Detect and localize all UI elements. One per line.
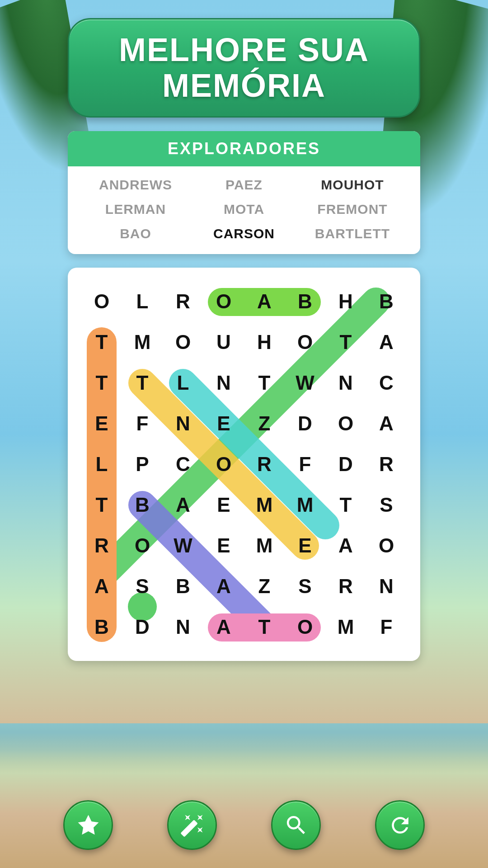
grid-panel: OLROABHBTMOUHOTATTLNTWNCEFNEZDOALPCORFDR… <box>68 268 420 661</box>
grid-cell[interactable]: H <box>244 322 285 363</box>
wand-button[interactable] <box>167 800 217 850</box>
main-content: MELHORE SUA MEMÓRIA EXPLORADORES ANDREWS… <box>0 0 488 661</box>
grid-cell[interactable]: D <box>325 444 366 485</box>
grid-cell[interactable]: T <box>81 322 122 363</box>
grid-cell[interactable]: D <box>285 403 325 444</box>
grid-cell[interactable]: B <box>163 566 203 607</box>
grid-cell[interactable]: A <box>366 403 407 444</box>
grid-cell[interactable]: F <box>366 607 407 647</box>
word-item: BARTLETT <box>303 224 402 243</box>
grid-cell[interactable]: O <box>203 281 244 322</box>
grid-cell[interactable]: L <box>81 444 122 485</box>
category-label: EXPLORADORES <box>168 139 320 158</box>
grid-cell[interactable]: R <box>163 281 203 322</box>
grid-cell[interactable]: S <box>285 566 325 607</box>
grid-cell[interactable]: T <box>244 363 285 403</box>
grid-cell[interactable]: N <box>203 363 244 403</box>
word-item: MOTA <box>194 200 294 219</box>
grid-cell[interactable]: R <box>244 444 285 485</box>
grid-cell[interactable]: D <box>122 607 163 647</box>
word-item: FREMONT <box>303 200 402 219</box>
grid-cell[interactable]: P <box>122 444 163 485</box>
grid-cell[interactable]: O <box>203 444 244 485</box>
letter-grid: OLROABHBTMOUHOTATTLNTWNCEFNEZDOALPCORFDR… <box>81 281 407 647</box>
grid-cell[interactable]: M <box>244 485 285 525</box>
word-item: BAO <box>86 224 185 243</box>
title-banner: MELHORE SUA MEMÓRIA <box>68 18 420 118</box>
word-item: MOUHOT <box>303 175 402 194</box>
grid-cell[interactable]: Z <box>244 566 285 607</box>
grid-cell[interactable]: A <box>325 525 366 566</box>
grid-cell[interactable]: B <box>81 607 122 647</box>
grid-cell[interactable]: R <box>325 566 366 607</box>
grid-cell[interactable]: O <box>81 281 122 322</box>
grid-cell[interactable]: M <box>244 525 285 566</box>
grid-cell[interactable]: A <box>244 281 285 322</box>
grid-cell[interactable]: S <box>122 566 163 607</box>
grid-cell[interactable]: N <box>366 566 407 607</box>
grid-cell[interactable]: W <box>163 525 203 566</box>
grid-cell[interactable]: C <box>366 363 407 403</box>
word-item: PAEZ <box>194 175 294 194</box>
grid-cell[interactable]: N <box>163 403 203 444</box>
grid-cell[interactable]: A <box>203 566 244 607</box>
grid-cell[interactable]: M <box>122 322 163 363</box>
grid-cell[interactable]: F <box>122 403 163 444</box>
search-icon <box>284 813 309 838</box>
grid-cell[interactable]: E <box>285 525 325 566</box>
word-item: LERMAN <box>86 200 185 219</box>
grid-cell[interactable]: L <box>163 363 203 403</box>
word-list: ANDREWSPAEZMOUHOTLERMANMOTAFREMONTBAOCAR… <box>68 166 420 254</box>
grid-cell[interactable]: B <box>366 281 407 322</box>
grid-cell[interactable]: E <box>203 525 244 566</box>
word-panel: EXPLORADORES ANDREWSPAEZMOUHOTLERMANMOTA… <box>68 131 420 254</box>
grid-cell[interactable]: O <box>122 525 163 566</box>
grid-cell[interactable]: S <box>366 485 407 525</box>
bottom-toolbar <box>0 800 488 850</box>
grid-cell[interactable]: M <box>285 485 325 525</box>
grid-cell[interactable]: M <box>325 607 366 647</box>
grid-cell[interactable]: T <box>122 363 163 403</box>
grid-cell[interactable]: U <box>203 322 244 363</box>
grid-cell[interactable]: N <box>163 607 203 647</box>
grid-cell[interactable]: B <box>122 485 163 525</box>
grid-cell[interactable]: E <box>81 403 122 444</box>
grid-cell[interactable]: C <box>163 444 203 485</box>
star-icon <box>76 813 101 838</box>
grid-cell[interactable]: O <box>366 525 407 566</box>
grid-cell[interactable]: O <box>285 607 325 647</box>
grid-cell[interactable]: E <box>203 485 244 525</box>
grid-cell[interactable]: O <box>325 403 366 444</box>
star-button[interactable] <box>63 800 113 850</box>
grid-cell[interactable]: T <box>325 322 366 363</box>
grid-cell[interactable]: B <box>285 281 325 322</box>
grid-cell[interactable]: R <box>366 444 407 485</box>
grid-cell[interactable]: R <box>81 525 122 566</box>
grid-cell[interactable]: O <box>285 322 325 363</box>
app-title: MELHORE SUA MEMÓRIA <box>92 32 396 104</box>
grid-cell[interactable]: E <box>203 403 244 444</box>
refresh-icon <box>388 813 413 838</box>
wand-icon <box>180 813 205 838</box>
grid-cell[interactable]: L <box>122 281 163 322</box>
grid-cell[interactable]: N <box>325 363 366 403</box>
grid-cell[interactable]: H <box>325 281 366 322</box>
grid-cell[interactable]: A <box>366 322 407 363</box>
search-button[interactable] <box>271 800 321 850</box>
grid-cell[interactable]: W <box>285 363 325 403</box>
grid-cell[interactable]: T <box>81 363 122 403</box>
grid-cell[interactable]: A <box>163 485 203 525</box>
category-header: EXPLORADORES <box>68 131 420 166</box>
grid-cell[interactable]: T <box>325 485 366 525</box>
refresh-button[interactable] <box>375 800 425 850</box>
word-item: CARSON <box>194 224 294 243</box>
grid-cell[interactable]: Z <box>244 403 285 444</box>
grid-cell[interactable]: T <box>244 607 285 647</box>
word-item: ANDREWS <box>86 175 185 194</box>
grid-cell[interactable]: F <box>285 444 325 485</box>
grid-cell[interactable]: A <box>203 607 244 647</box>
grid-cell[interactable]: O <box>163 322 203 363</box>
grid-cell[interactable]: A <box>81 566 122 607</box>
grid-cell[interactable]: T <box>81 485 122 525</box>
